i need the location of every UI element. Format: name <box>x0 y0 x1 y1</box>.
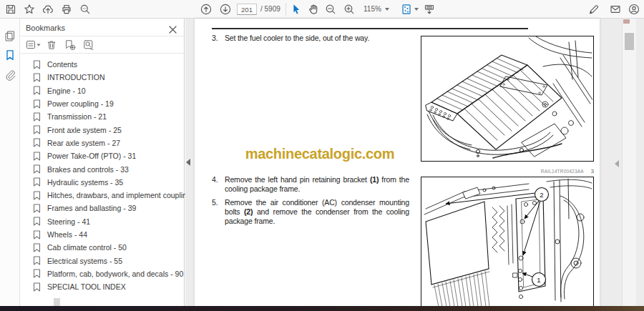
bookmark-ribbon-icon <box>33 86 41 95</box>
bookmark-ribbon-icon <box>33 152 41 161</box>
bookmark-ribbon-icon <box>33 125 41 134</box>
star-icon[interactable] <box>24 4 35 15</box>
bookmark-item[interactable]: Electrical systems - 55 <box>20 254 184 267</box>
zoom-level-value[interactable]: 115% <box>364 5 381 13</box>
print-icon[interactable] <box>61 4 72 15</box>
bookmark-ribbon-icon <box>33 243 41 252</box>
bookmark-item[interactable]: Transmission - 21 <box>20 110 184 123</box>
panel-divider <box>20 36 184 36</box>
bookmark-item-label: Wheels - 44 <box>47 230 87 239</box>
bookmark-item[interactable]: Engine - 10 <box>20 84 184 97</box>
page-total-label: / 5909 <box>260 5 280 13</box>
zoom-level-caret-icon[interactable] <box>385 8 389 11</box>
next-page-button[interactable] <box>220 4 231 15</box>
bookmark-item-label: Power Take-Off (PTO) - 31 <box>47 152 136 160</box>
bookmark-item-label: Platform, cab, bodywork, and decals - 90 <box>47 270 183 278</box>
bookmark-item-label: Cab climate control - 50 <box>47 243 127 252</box>
bookmark-item[interactable]: Hydraulic systems - 35 <box>20 176 184 189</box>
go-to-current-bookmark-icon[interactable] <box>83 39 94 51</box>
page-thumbnails-icon[interactable] <box>4 30 16 41</box>
new-bookmark-icon[interactable] <box>64 39 76 51</box>
bookmark-item[interactable]: Hitches, drawbars, and implement couplin… <box>20 189 184 202</box>
figure-page-number: 3 <box>591 168 594 174</box>
bookmark-item-label: SPECIAL TOOL INDEX <box>47 282 126 291</box>
collapse-panel-right-icon[interactable] <box>615 160 619 167</box>
pdf-page: 3. Set the fuel cooler to the side, out … <box>195 19 600 306</box>
zoom-out-icon[interactable] <box>325 4 336 15</box>
vertical-scrollbar[interactable] <box>622 19 636 306</box>
page-number-input[interactable] <box>237 4 257 15</box>
attachments-icon[interactable] <box>4 69 16 81</box>
page-header-rule <box>212 28 528 29</box>
bookmark-item[interactable]: Power coupling - 19 <box>20 97 184 110</box>
step-4: 4. Remove the left hand pin retaining br… <box>212 175 409 194</box>
bookmark-item[interactable]: Wheels - 44 <box>20 228 184 241</box>
select-tool-icon[interactable] <box>291 4 302 15</box>
step-5: 5. Remove the air conditioner (AC) conde… <box>212 198 409 226</box>
bookmark-ribbon-icon <box>33 204 41 213</box>
bookmark-item[interactable]: Front axle system - 25 <box>20 123 184 136</box>
account-icon[interactable] <box>628 4 640 15</box>
save-icon[interactable] <box>5 4 16 15</box>
bookmark-ribbon-icon <box>33 230 41 240</box>
bookmark-item[interactable]: Cab climate control - 50 <box>20 241 184 254</box>
bookmark-item[interactable]: Rear axle system - 27 <box>20 137 184 149</box>
email-icon[interactable] <box>610 4 621 15</box>
bookmark-ribbon-icon <box>33 217 41 226</box>
fill-sign-icon[interactable] <box>588 4 600 15</box>
bookmark-options-icon[interactable] <box>26 39 37 51</box>
bookmark-item[interactable]: Power Take-Off (PTO) - 31 <box>20 149 184 162</box>
step-text: Remove the air conditioner (AC) condense… <box>225 198 409 226</box>
callout-2-label: 2 <box>540 191 543 199</box>
bookmark-item[interactable]: Frames and ballasting - 39 <box>20 202 184 214</box>
bookmark-list: Contents INTRODUCTION Engine - 10 Power … <box>20 58 184 293</box>
bookmark-ribbon-icon <box>33 282 41 292</box>
search-icon[interactable] <box>79 4 91 15</box>
panel-divider <box>20 53 184 54</box>
scrollbar-thumb[interactable] <box>625 33 634 50</box>
bookmarks-panel-icon[interactable] <box>4 49 16 61</box>
collapse-panel-left-icon[interactable] <box>186 159 190 166</box>
bookmark-item[interactable]: Steering - 41 <box>20 215 184 228</box>
bookmark-ribbon-icon <box>33 164 41 174</box>
figure-fuel-cooler <box>421 36 594 162</box>
bookmark-item[interactable]: Brakes and controls - 33 <box>20 162 184 175</box>
step-number: 4. <box>212 175 225 194</box>
page-display-icon[interactable] <box>401 4 412 15</box>
bookmark-item[interactable]: Contents <box>20 58 184 71</box>
figure-caption: RAIL14TR00423AA3 <box>421 163 594 176</box>
close-icon[interactable] <box>169 24 177 31</box>
watermark-text: machinecatalogic.com <box>213 146 427 162</box>
bookmark-item[interactable]: INTRODUCTION <box>20 71 184 84</box>
step-number: 3. <box>212 34 225 43</box>
zoom-in-icon[interactable] <box>343 4 355 15</box>
panel-scrollbar-thumb[interactable] <box>54 298 60 306</box>
bookmark-ribbon-icon <box>33 256 41 265</box>
step-number: 5. <box>212 198 225 226</box>
bookmarks-panel: Bookmarks Contents <box>20 19 185 306</box>
bookmark-item-label: Rear axle system - 27 <box>47 139 120 147</box>
bookmark-ribbon-icon <box>33 191 41 200</box>
bookmark-ribbon-icon <box>33 73 41 82</box>
previous-page-button[interactable] <box>200 4 212 15</box>
bookmark-item[interactable]: SPECIAL TOOL INDEX <box>20 280 184 293</box>
hand-tool-icon[interactable] <box>308 4 319 15</box>
navigation-rail <box>0 19 20 306</box>
share-upload-icon[interactable] <box>42 4 54 15</box>
pdf-viewer-window: / 5909 115% <box>0 0 644 311</box>
toolbar-divider <box>286 3 286 16</box>
bookmark-ribbon-icon <box>33 112 41 122</box>
bottom-edge-bar <box>0 306 644 311</box>
bookmark-item-label: Engine - 10 <box>47 87 86 95</box>
figure-ac-condenser: 2 1 <box>421 177 594 306</box>
scrolling-mode-icon[interactable] <box>424 4 435 15</box>
bookmark-item[interactable]: Platform, cab, bodywork, and decals - 90 <box>20 267 184 280</box>
bookmark-item-label: Brakes and controls - 33 <box>47 165 129 174</box>
step-3: 3. Set the fuel cooler to the side, out … <box>212 34 409 43</box>
delete-bookmark-icon[interactable] <box>46 39 57 51</box>
figure-reference-code: RAIL14TR00423AA <box>541 169 584 174</box>
bookmark-item-label: Frames and ballasting - 39 <box>47 204 136 212</box>
bookmark-item-label: Electrical systems - 55 <box>47 257 122 265</box>
page-display-caret-icon[interactable] <box>414 8 419 11</box>
bookmark-item-label: Hydraulic systems - 35 <box>47 178 123 187</box>
